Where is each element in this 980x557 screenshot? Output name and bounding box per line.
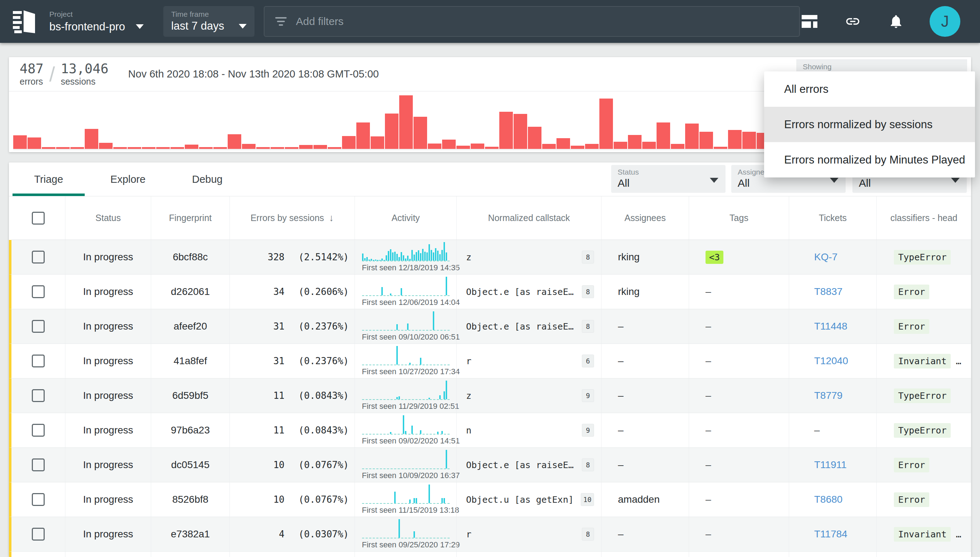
ticket-link[interactable]: T11911 bbox=[814, 459, 847, 471]
assignee-cell: rking bbox=[601, 275, 689, 309]
row-checkbox[interactable] bbox=[32, 493, 45, 506]
column-header-activity[interactable]: Activity bbox=[354, 196, 456, 239]
row-checkbox[interactable] bbox=[32, 528, 45, 541]
project-value: bs-frontend-pro bbox=[49, 20, 125, 33]
row-checkbox[interactable] bbox=[32, 285, 45, 298]
activity-sparkline bbox=[362, 311, 450, 331]
fingerprint-cell: d262061 bbox=[151, 275, 229, 309]
row-checkbox[interactable] bbox=[32, 355, 45, 367]
row-checkbox[interactable] bbox=[32, 458, 45, 471]
column-header-label: Status bbox=[95, 213, 121, 223]
table-row[interactable]: In progress e7382a1 4 (0.0307%) First se… bbox=[9, 517, 971, 552]
tag-chip[interactable]: <3 bbox=[706, 251, 724, 264]
tab-explore[interactable]: Explore bbox=[88, 163, 168, 196]
tags-cell: <3 bbox=[689, 240, 789, 274]
row-checkbox[interactable] bbox=[32, 389, 45, 402]
column-header-select[interactable] bbox=[11, 196, 65, 239]
ticket-link[interactable]: KQ-7 bbox=[814, 251, 837, 263]
histogram-bar bbox=[657, 122, 670, 149]
callstack-text: Object.e [as raiseErro… bbox=[466, 287, 577, 297]
status-filter[interactable]: StatusAll bbox=[611, 165, 725, 193]
classifier-cell: Error bbox=[876, 275, 971, 309]
table-row[interactable]: In progress dc05145 10 (0.0767%) First s… bbox=[9, 448, 971, 482]
ticket-link[interactable]: T8837 bbox=[814, 286, 843, 297]
project-selector[interactable]: Project bs-frontend-pro bbox=[49, 10, 144, 33]
column-header-normalized-callstack[interactable]: Normalized callstack bbox=[456, 196, 601, 239]
table-row[interactable]: In progress 6d59bf5 11 (0.0843%) First s… bbox=[9, 378, 971, 413]
row-checkbox[interactable] bbox=[32, 424, 45, 436]
tab-triage[interactable]: Triage bbox=[9, 163, 88, 196]
select-all-checkbox[interactable] bbox=[32, 212, 45, 225]
no-tag-dash: – bbox=[706, 321, 711, 332]
ticket-link[interactable]: T11784 bbox=[814, 528, 848, 540]
histogram-bar bbox=[85, 129, 98, 149]
table-row[interactable]: In progress 97b6a23 11 (0.0843%) First s… bbox=[9, 413, 971, 448]
tags-cell: – bbox=[689, 378, 789, 413]
user-avatar[interactable]: J bbox=[929, 6, 960, 37]
row-checkbox[interactable] bbox=[32, 251, 45, 264]
tags-cell: – bbox=[689, 275, 789, 309]
histogram-bar bbox=[156, 147, 170, 149]
column-header-status[interactable]: Status bbox=[65, 196, 151, 239]
first-seen-label: First seen 11/29/2019 02:51 bbox=[362, 402, 450, 411]
column-header-errors-by-sessions[interactable]: Errors by sessions↓ bbox=[229, 196, 354, 239]
fingerprint-cell: 8526bf8 bbox=[151, 482, 229, 517]
histogram-bar bbox=[70, 147, 84, 149]
ticket-link[interactable]: T11448 bbox=[814, 321, 848, 332]
error-count: 328 bbox=[240, 252, 284, 262]
assignee-cell: – bbox=[601, 517, 689, 551]
errors-stat: 487 errors bbox=[20, 62, 44, 87]
table-row[interactable]: In progress d262061 34 (0.2606%) First s… bbox=[9, 275, 971, 309]
timeframe-selector[interactable]: Time frame last 7 days bbox=[163, 6, 255, 37]
ticket-link[interactable]: T8779 bbox=[814, 390, 843, 401]
column-header-assignees[interactable]: Assignees bbox=[601, 196, 689, 239]
frame-count-badge: 8 bbox=[582, 320, 594, 333]
column-header-tickets[interactable]: Tickets bbox=[789, 196, 876, 239]
backtrace-logo-icon[interactable] bbox=[13, 10, 35, 33]
table-row[interactable]: In progress 6bcf88c 328 (2.5142%) First … bbox=[9, 240, 971, 275]
fingerprint-cell: dc05145 bbox=[151, 448, 229, 482]
table-row[interactable]: In progress afeef20 31 (0.2376%) First s… bbox=[9, 309, 971, 344]
table-row[interactable] bbox=[9, 552, 971, 557]
menu-option[interactable]: Errors normalized by Minutes Played bbox=[764, 142, 975, 178]
status-cell: In progress bbox=[65, 378, 151, 413]
table-row[interactable]: In progress 41a8fef 31 (0.2376%) First s… bbox=[9, 344, 971, 378]
tab-debug[interactable]: Debug bbox=[168, 163, 247, 196]
histogram-bar bbox=[528, 127, 541, 149]
chevron-down-icon bbox=[710, 178, 719, 183]
error-percent: (0.0767%) bbox=[284, 459, 349, 470]
table-row[interactable]: In progress 8526bf8 10 (0.0767%) First s… bbox=[9, 482, 971, 517]
activity-sparkline bbox=[362, 519, 450, 538]
frame-count-badge: 8 bbox=[582, 458, 594, 471]
add-filters-input[interactable]: Add filters bbox=[264, 6, 800, 37]
ticket-link[interactable]: T12040 bbox=[814, 355, 848, 367]
fingerprint-cell: 6d59bf5 bbox=[151, 378, 229, 413]
status-filter-label: Status bbox=[617, 168, 719, 176]
menu-option[interactable]: All errors bbox=[764, 72, 975, 107]
classifier-cell: Error bbox=[876, 448, 971, 482]
row-checkbox[interactable] bbox=[32, 320, 45, 333]
dashboard-icon[interactable] bbox=[802, 15, 817, 28]
histogram-bar bbox=[213, 147, 227, 149]
callstack-text: r bbox=[466, 529, 471, 539]
histogram-bar bbox=[499, 112, 513, 149]
histogram-bar bbox=[242, 144, 256, 149]
error-percent: (0.2376%) bbox=[284, 321, 349, 332]
histogram-bar bbox=[456, 146, 470, 149]
link-icon[interactable] bbox=[843, 13, 862, 29]
checkbox-cell bbox=[11, 552, 65, 557]
column-header-fingerprint[interactable]: Fingerprint bbox=[151, 196, 229, 239]
ticket-link[interactable]: T8680 bbox=[814, 494, 843, 505]
column-header-classifiers-head[interactable]: classifiers - head bbox=[876, 196, 971, 239]
histogram-bar bbox=[742, 132, 756, 149]
column-header-tags[interactable]: Tags bbox=[689, 196, 789, 239]
checkbox-cell bbox=[11, 240, 65, 274]
bell-icon[interactable] bbox=[888, 13, 904, 30]
menu-option[interactable]: Errors normalized by sessions bbox=[764, 107, 975, 142]
chevron-down-icon bbox=[830, 178, 838, 183]
status-cell: In progress bbox=[65, 275, 151, 309]
activity-sparkline bbox=[362, 415, 450, 435]
status-cell: In progress bbox=[65, 413, 151, 447]
errors-by-sessions-cell: 328 (2.5142%) bbox=[229, 240, 354, 274]
histogram-bar bbox=[428, 143, 441, 149]
